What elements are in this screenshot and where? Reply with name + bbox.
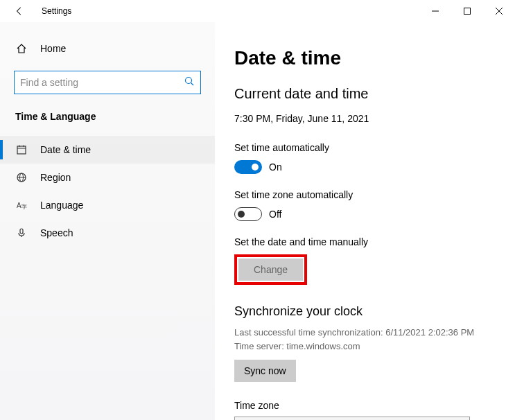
- set-tz-auto-row: Off: [234, 207, 496, 221]
- manual-datetime-label: Set the date and time manually: [234, 236, 496, 247]
- timezone-select[interactable]: (UTC+05:30) Chennai, Kolkata, Mumbai, Ne…: [234, 417, 470, 420]
- content-area: Home Time & Language Date & time Reg: [0, 22, 515, 420]
- window-controls: [419, 0, 515, 22]
- sync-info: Last successful time synchronization: 6/…: [234, 326, 496, 353]
- svg-line-3: [191, 83, 194, 86]
- page-title: Date & time: [234, 47, 496, 69]
- svg-rect-13: [20, 229, 23, 234]
- section-title: Time & Language: [0, 111, 215, 122]
- search-box[interactable]: [14, 71, 201, 94]
- svg-text:字: 字: [21, 204, 27, 210]
- svg-rect-1: [464, 8, 471, 15]
- sidebar-item-language[interactable]: A字 Language: [0, 191, 215, 219]
- sidebar-item-label: Speech: [40, 227, 73, 238]
- main-panel: Date & time Current date and time 7:30 P…: [215, 22, 515, 420]
- home-nav[interactable]: Home: [0, 39, 215, 58]
- set-time-auto-row: On: [234, 160, 496, 174]
- datetime-icon: [15, 144, 28, 155]
- home-icon: [15, 43, 28, 54]
- search-icon: [184, 76, 195, 89]
- svg-point-2: [186, 78, 192, 84]
- current-datetime-heading: Current date and time: [234, 86, 496, 102]
- sync-last: Last successful time synchronization: 6/…: [234, 326, 496, 340]
- sync-heading: Synchronize your clock: [234, 304, 496, 319]
- set-tz-auto-state: Off: [269, 209, 281, 220]
- language-icon: A字: [15, 200, 28, 211]
- sidebar-item-label: Language: [40, 200, 83, 211]
- set-tz-auto-label: Set time zone automatically: [234, 189, 496, 200]
- sync-now-button[interactable]: Sync now: [234, 360, 296, 382]
- search-input[interactable]: [20, 77, 184, 88]
- settings-window: Settings Home: [0, 0, 515, 420]
- home-label: Home: [40, 43, 66, 54]
- set-time-auto-state: On: [269, 161, 282, 173]
- set-time-auto-toggle[interactable]: [234, 160, 262, 174]
- set-tz-auto-toggle[interactable]: [234, 207, 262, 221]
- back-button[interactable]: [11, 0, 28, 22]
- sidebar: Home Time & Language Date & time Reg: [0, 22, 215, 420]
- sidebar-item-label: Date & time: [40, 144, 91, 155]
- window-title: Settings: [42, 6, 71, 16]
- highlight-box: Change: [234, 254, 307, 285]
- sidebar-item-label: Region: [40, 172, 71, 183]
- minimize-button[interactable]: [419, 0, 451, 22]
- globe-icon: [15, 172, 28, 183]
- timezone-label: Time zone: [234, 400, 496, 411]
- sidebar-item-region[interactable]: Region: [0, 164, 215, 191]
- svg-text:A: A: [17, 202, 21, 209]
- change-button[interactable]: Change: [238, 259, 303, 281]
- set-time-auto-label: Set time automatically: [234, 142, 496, 153]
- microphone-icon: [15, 227, 28, 238]
- maximize-button[interactable]: [451, 0, 483, 22]
- sidebar-item-datetime[interactable]: Date & time: [0, 136, 215, 164]
- sidebar-item-speech[interactable]: Speech: [0, 219, 215, 247]
- svg-rect-4: [17, 146, 26, 154]
- titlebar: Settings: [0, 0, 515, 22]
- sync-server: Time server: time.windows.com: [234, 340, 496, 353]
- close-button[interactable]: [483, 0, 515, 22]
- current-datetime-value: 7:30 PM, Friday, June 11, 2021: [234, 113, 496, 124]
